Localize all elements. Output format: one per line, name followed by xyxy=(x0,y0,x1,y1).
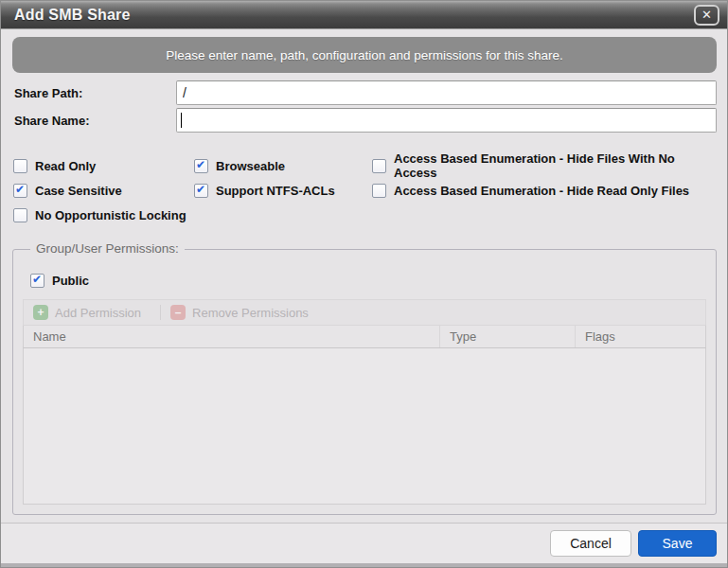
column-header-name[interactable]: Name xyxy=(24,326,439,347)
toolbar-separator xyxy=(160,305,161,320)
checkbox-abe-hide-no-access[interactable]: Access Based Enumeration - Hide Files Wi… xyxy=(372,158,717,173)
checkbox-label: Support NTFS-ACLs xyxy=(216,184,335,198)
share-name-input-wrap xyxy=(176,108,717,133)
checkbox-icon xyxy=(30,274,44,288)
checkbox-browseable[interactable]: Browseable xyxy=(194,158,372,173)
checkbox-icon xyxy=(13,159,27,173)
share-name-row: Share Name: xyxy=(12,108,717,133)
checkbox-icon xyxy=(194,159,208,173)
add-permission-button[interactable]: + Add Permission xyxy=(33,305,151,320)
permissions-toolbar: + Add Permission – Remove Permissions xyxy=(23,299,706,326)
window-title: Add SMB Share xyxy=(14,7,131,24)
share-options: Read Only Browseable Access Based Enumer… xyxy=(13,158,717,222)
save-button[interactable]: Save xyxy=(638,530,717,557)
share-name-input[interactable] xyxy=(176,108,717,133)
permissions-legend: Group/User Permissions: xyxy=(30,241,185,256)
checkbox-icon xyxy=(194,184,208,198)
share-name-label: Share Name: xyxy=(12,114,176,128)
share-path-input[interactable] xyxy=(176,80,717,105)
checkbox-public[interactable]: Public xyxy=(30,273,706,288)
column-header-type[interactable]: Type xyxy=(439,326,575,347)
checkbox-label: Case Sensitive xyxy=(35,184,122,198)
share-path-label: Share Path: xyxy=(12,86,176,100)
share-path-row: Share Path: xyxy=(12,80,717,105)
checkbox-no-opportunistic-locking[interactable]: No Opportunistic Locking xyxy=(13,207,194,222)
add-permission-label: Add Permission xyxy=(55,306,141,320)
checkbox-abe-hide-read-only[interactable]: Access Based Enumeration - Hide Read Onl… xyxy=(372,183,717,198)
checkbox-label: No Opportunistic Locking xyxy=(35,208,186,222)
checkbox-case-sensitive[interactable]: Case Sensitive xyxy=(13,183,194,198)
permissions-table-header: Name Type Flags xyxy=(23,326,706,348)
banner-message: Please enter name, path, configuration a… xyxy=(166,48,562,62)
title-bar: Add SMB Share ✕ xyxy=(1,1,727,29)
remove-permissions-label: Remove Permissions xyxy=(192,306,309,320)
permissions-table-body xyxy=(23,348,706,505)
checkbox-icon xyxy=(372,184,386,198)
plus-icon: + xyxy=(33,305,48,320)
checkbox-icon xyxy=(13,184,27,198)
checkbox-label: Public xyxy=(52,274,89,288)
minus-icon: – xyxy=(170,305,186,320)
checkbox-label: Browseable xyxy=(216,159,285,173)
instruction-banner: Please enter name, path, configuration a… xyxy=(12,37,717,73)
close-button[interactable]: ✕ xyxy=(694,5,719,26)
close-icon: ✕ xyxy=(701,9,712,21)
checkbox-read-only[interactable]: Read Only xyxy=(13,158,194,173)
checkbox-icon xyxy=(372,159,386,173)
permissions-fieldset: Group/User Permissions: Public + Add Per… xyxy=(12,249,717,515)
dialog-footer: Cancel Save xyxy=(1,523,727,563)
checkbox-label: Access Based Enumeration - Hide Read Onl… xyxy=(394,184,689,198)
share-path-input-wrap xyxy=(176,80,717,105)
add-smb-share-dialog: Add SMB Share ✕ Please enter name, path,… xyxy=(0,0,728,568)
public-row: Public xyxy=(30,273,706,288)
checkbox-icon xyxy=(13,208,27,222)
cancel-button[interactable]: Cancel xyxy=(550,530,631,557)
text-caret xyxy=(181,113,182,128)
checkbox-label: Read Only xyxy=(35,159,96,173)
remove-permissions-button[interactable]: – Remove Permissions xyxy=(170,305,318,320)
column-header-flags[interactable]: Flags xyxy=(575,326,705,347)
background-edge xyxy=(1,563,727,567)
checkbox-label: Access Based Enumeration - Hide Files Wi… xyxy=(394,151,717,180)
dialog-content: Please enter name, path, configuration a… xyxy=(1,29,727,523)
checkbox-support-ntfs-acls[interactable]: Support NTFS-ACLs xyxy=(194,183,372,198)
